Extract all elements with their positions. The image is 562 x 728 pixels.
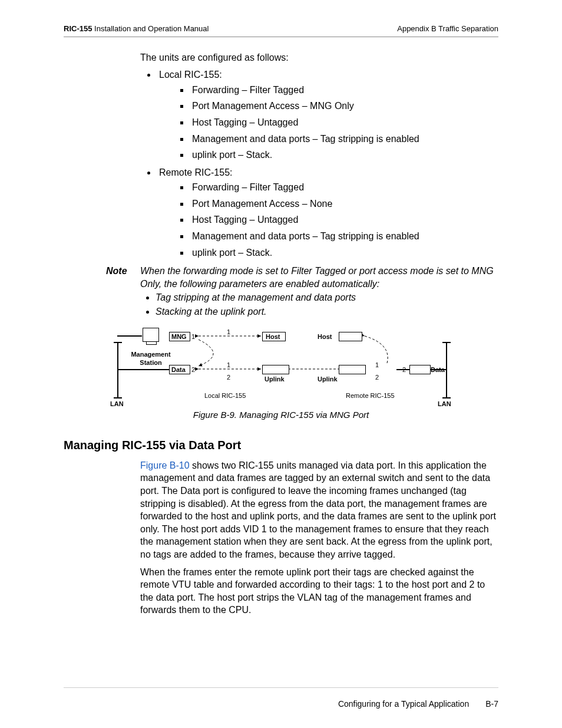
data-port-box-remote [409, 365, 431, 374]
list-item: Port Management Access – MNG Only [190, 100, 498, 113]
line-num: 2 [375, 374, 379, 381]
list-item: uplink port – Stack. [190, 149, 498, 162]
local-caption: Local RIC-155 [204, 391, 246, 400]
data-label: Data [431, 365, 445, 374]
note-item: Tag stripping at the management and data… [156, 291, 498, 304]
list-item: Port Management Access – None [190, 197, 498, 210]
page-footer: Configuring for a Typical Application B-… [64, 687, 498, 710]
line-num: 2 [227, 374, 230, 381]
note-body: When the forwarding mode is set to Filte… [140, 265, 498, 319]
list-item: Host Tagging – Untagged [190, 213, 498, 226]
figure-caption: Figure B-9. Managing RIC-155 via MNG Por… [64, 409, 498, 421]
section-heading: Managing RIC-155 via Data Port [64, 437, 498, 453]
manual-title: Installation and Operation Manual [92, 24, 209, 33]
uplink-label: Uplink [318, 375, 338, 384]
host-label: Host [266, 332, 280, 341]
page-header: RIC-155 Installation and Operation Manua… [64, 24, 498, 37]
line-num: 1 [227, 328, 230, 335]
host-label: Host [318, 332, 332, 341]
uplink-label: Uplink [265, 375, 285, 384]
uplink-port-box [262, 365, 289, 374]
footer-page: B-7 [485, 699, 498, 710]
note-lead: When the forwarding mode is set to Filte… [140, 266, 494, 289]
section-para-2: When the frames enter the remote uplink … [140, 566, 498, 617]
port-num: 2 [402, 365, 406, 374]
para1-text: shows two RIC-155 units managed via data… [140, 460, 496, 559]
list-item: Forwarding – Filter Tagged [190, 181, 498, 194]
header-left: RIC-155 Installation and Operation Manua… [64, 24, 209, 34]
local-title: Local RIC-155: [159, 70, 222, 80]
line-num: 1 [375, 361, 379, 368]
local-list: Forwarding – Filter Tagged Port Manageme… [159, 84, 498, 162]
product-name: RIC-155 [64, 24, 92, 33]
list-item: Management and data ports – Tag strippin… [190, 133, 498, 146]
note-label: Note [106, 265, 140, 319]
note-item: Stacking at the uplink port. [156, 305, 498, 318]
diagram: LAN LAN Management Station MNG 1 Data 2 … [110, 328, 452, 404]
list-item: Host Tagging – Untagged [190, 116, 498, 129]
section-para-1: Figure B-10 shows two RIC-155 units mana… [140, 459, 498, 561]
remote-list: Forwarding – Filter Tagged Port Manageme… [159, 181, 498, 259]
uplink-port-box-remote [339, 365, 366, 374]
list-item: Forwarding – Filter Tagged [190, 84, 498, 97]
list-item: uplink port – Stack. [190, 246, 498, 259]
remote-title: Remote RIC-155: [159, 167, 233, 177]
footer-text: Configuring for a Typical Application [338, 699, 469, 710]
local-heading-item: Local RIC-155: Forwarding – Filter Tagge… [157, 68, 498, 162]
list-item: Management and data ports – Tag strippin… [190, 230, 498, 243]
line-num: 1 [227, 361, 230, 368]
remote-heading-item: Remote RIC-155: Forwarding – Filter Tagg… [157, 166, 498, 259]
host-port-box-remote [339, 332, 362, 341]
figure-b-9: LAN LAN Management Station MNG 1 Data 2 … [64, 328, 498, 421]
figure-link[interactable]: Figure B-10 [140, 460, 190, 470]
header-right: Appendix B Traffic Separation [397, 24, 498, 34]
note-block: Note When the forwarding mode is set to … [64, 265, 498, 319]
remote-caption: Remote RIC-155 [346, 391, 395, 400]
config-intro: The units are configured as follows: [140, 51, 498, 64]
